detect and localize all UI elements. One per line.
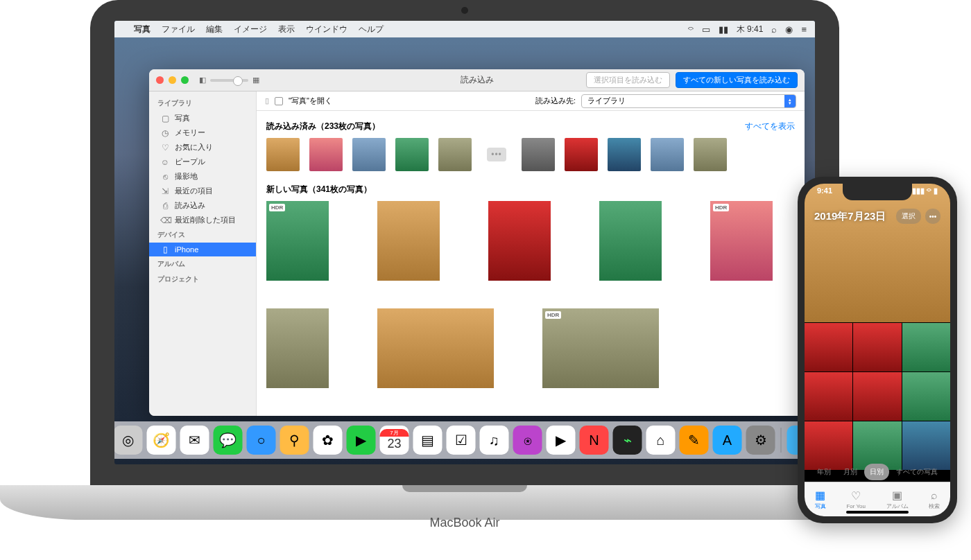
dock-pages-icon[interactable]: ✎ [680, 426, 709, 455]
dock-appstore-icon[interactable]: A [713, 426, 742, 455]
new-photo-thumbnail[interactable] [488, 201, 551, 281]
dock-photos-icon[interactable]: ✿ [313, 426, 343, 455]
iphone-photo[interactable] [853, 372, 901, 421]
dock-facetime-icon[interactable]: ▶ [347, 426, 376, 455]
grid-toggle-icon[interactable]: ▦ [252, 76, 259, 85]
sidebar-item-trash[interactable]: ⌫最近削除した項目 [149, 213, 256, 227]
sidebar-item-favorites[interactable]: ♡お気に入り [149, 140, 256, 155]
select-button[interactable]: 選択 [896, 209, 921, 224]
wifi-icon[interactable]: ⌔ [688, 24, 694, 35]
menubar-clock[interactable]: 木 9:41 [737, 24, 764, 35]
zoom-window-button[interactable] [181, 76, 189, 84]
show-all-link[interactable]: すべてを表示 [745, 121, 795, 132]
menubar-app-name[interactable]: 写真 [134, 24, 151, 35]
imported-thumbnail[interactable] [438, 138, 472, 171]
dock-maps-icon[interactable]: ⚲ [280, 426, 309, 455]
imported-thumbnail[interactable] [565, 138, 598, 171]
menubar-item-file[interactable]: ファイル [162, 24, 195, 35]
dock-chat-icon[interactable]: ○ [247, 426, 276, 455]
window-titlebar[interactable]: ◧ ▦ 読み込み 選択項目を読み込む すべての新しい写真を読み込む [149, 69, 805, 91]
siri-icon[interactable]: ◉ [785, 24, 793, 35]
iphone-photo[interactable] [902, 372, 950, 421]
iphone-photo-grid[interactable] [805, 184, 950, 454]
tab-search[interactable]: ⌕検索 [929, 489, 940, 510]
recents-icon: ⇲ [160, 186, 170, 196]
menubar-item-image[interactable]: イメージ [234, 24, 267, 35]
segment-all[interactable]: すべての写真 [891, 464, 943, 480]
imported-thumbnail[interactable] [694, 138, 727, 171]
sidebar-item-memories[interactable]: ◷メモリー [149, 125, 256, 140]
sidebar-item-imports[interactable]: ⎙読み込み [149, 198, 256, 213]
dock-safari-icon[interactable]: 🧭 [147, 426, 176, 455]
thumbnail-size-slider[interactable] [210, 79, 248, 82]
more-button[interactable]: ••• [925, 209, 940, 224]
new-photo-thumbnail[interactable] [599, 201, 662, 281]
airplay-icon[interactable]: ▭ [702, 24, 710, 35]
iphone-photo[interactable] [805, 184, 950, 322]
dock-calendar-icon[interactable]: 7月23 [380, 426, 409, 455]
imported-thumbnail[interactable] [266, 138, 300, 171]
dock-reminders-icon[interactable]: ☑ [447, 426, 476, 455]
tab-foryou[interactable]: ♡For You [846, 489, 866, 509]
new-photo-thumbnail[interactable] [377, 201, 440, 281]
import-selected-button[interactable]: 選択項目を読み込む [586, 72, 670, 88]
open-photos-checkbox[interactable] [275, 97, 283, 105]
dock-stocks-icon[interactable]: ⌁ [613, 426, 642, 455]
sidebar-toggle-icon[interactable]: ◧ [199, 76, 206, 85]
import-all-button[interactable]: すべての新しい写真を読み込む [676, 72, 798, 88]
menubar-item-view[interactable]: 表示 [278, 24, 295, 35]
minimize-window-button[interactable] [169, 76, 176, 84]
segment-day[interactable]: 日別 [864, 464, 889, 480]
menubar-item-help[interactable]: ヘルプ [359, 24, 384, 35]
sidebar-item-recents[interactable]: ⇲最近の項目 [149, 184, 256, 198]
sidebar-item-photos[interactable]: ▢写真 [149, 111, 256, 125]
new-photo-thumbnail[interactable]: HDR [710, 201, 773, 281]
imported-thumbnail[interactable] [522, 138, 555, 171]
iphone-photo[interactable] [805, 323, 852, 371]
imported-thumbnail[interactable] [651, 138, 684, 171]
dock-tv-icon[interactable]: ▶ [547, 426, 576, 455]
sidebar-item-people[interactable]: ☺ピープル [149, 155, 256, 169]
segment-month[interactable]: 月別 [838, 464, 863, 480]
dock-home-icon[interactable]: ⌂ [646, 426, 676, 455]
select-arrows-icon: ▴▾ [784, 95, 796, 107]
close-window-button[interactable] [156, 76, 164, 84]
tab-albums[interactable]: ▣アルバム [886, 489, 909, 510]
menubar-item-edit[interactable]: 編集 [206, 24, 223, 35]
iphone-photo[interactable] [853, 323, 901, 371]
iphone-photo[interactable] [902, 421, 950, 470]
dock-launchpad-icon[interactable]: ◎ [114, 426, 143, 455]
home-indicator[interactable] [846, 511, 909, 514]
imported-thumbnail[interactable] [395, 138, 429, 171]
segment-year[interactable]: 年別 [811, 464, 836, 480]
dock-notes-icon[interactable]: ▤ [413, 426, 442, 455]
import-destination-select[interactable]: ライブラリ ▴▾ [581, 94, 796, 108]
new-photo-thumbnail[interactable]: HDR [266, 201, 329, 281]
imported-thumbnail[interactable] [352, 138, 386, 171]
new-photo-thumbnail[interactable] [266, 308, 329, 388]
iphone-photo[interactable] [805, 421, 852, 470]
battery-icon[interactable]: ▮▮ [719, 24, 728, 35]
import-scroll-area[interactable]: 読み込み済み（233枚の写真） すべてを表示 ••• [257, 111, 805, 416]
imported-thumbnail[interactable] [309, 138, 343, 171]
menubar-item-window[interactable]: ウインドウ [306, 24, 347, 35]
dock-podcasts-icon[interactable]: ⍟ [513, 426, 542, 455]
new-photo-thumbnail[interactable]: HDR [542, 308, 659, 388]
iphone-photo[interactable] [853, 421, 901, 470]
sidebar-item-places[interactable]: ⎋撮影地 [149, 169, 256, 184]
dock-mail-icon[interactable]: ✉ [180, 426, 209, 455]
iphone-photo[interactable] [902, 323, 950, 371]
dock-messages-icon[interactable]: 💬 [214, 426, 243, 455]
dock-separator [781, 428, 782, 453]
control-center-icon[interactable]: ≡ [801, 24, 807, 35]
dock-settings-icon[interactable]: ⚙ [746, 426, 775, 455]
imported-thumbnail[interactable] [608, 138, 641, 171]
more-indicator[interactable]: ••• [487, 148, 506, 161]
spotlight-icon[interactable]: ⌕ [771, 24, 777, 35]
dock-news-icon[interactable]: N [580, 426, 609, 455]
sidebar-item-iphone[interactable]: ▯iPhone [149, 243, 256, 256]
dock-music-icon[interactable]: ♫ [480, 426, 509, 455]
new-photo-thumbnail[interactable] [377, 308, 494, 388]
iphone-photo[interactable] [805, 372, 852, 421]
tab-photos[interactable]: ▦写真 [815, 489, 826, 510]
